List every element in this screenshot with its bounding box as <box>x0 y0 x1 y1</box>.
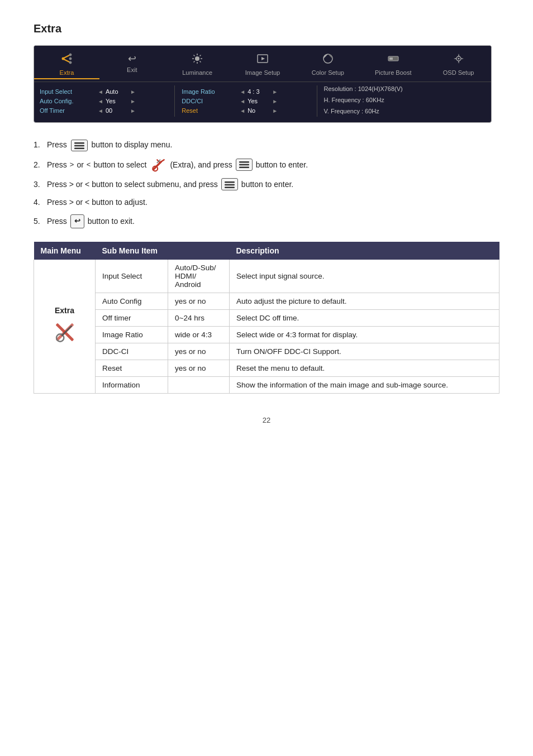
table-row: DDC-CI yes or no Turn ON/OFF DDC-CI Supp… <box>34 343 499 360</box>
step5-num: 5. <box>34 215 47 227</box>
luminance-nav-icon <box>191 52 203 68</box>
osd-row-auto-config: Auto Config. ◄ Yes ► <box>40 98 174 104</box>
image-setup-nav-icon <box>256 52 269 68</box>
osd-content-area: Input Select ◄ Auto ► Auto Config. ◄ Yes… <box>34 82 491 122</box>
osd-row-input-select: Input Select ◄ Auto ► <box>40 88 174 95</box>
osd-left-rows: Input Select ◄ Auto ► Auto Config. ◄ Yes… <box>40 85 174 117</box>
osd-label-off-timer: Off Timer <box>40 107 96 114</box>
table-cell-sub-auto-config: Auto Config <box>96 293 168 309</box>
instruction-step-1: 1. Press button to display menu. <box>34 138 499 151</box>
osd-nav-osd-setup: OSD Setup <box>426 50 491 79</box>
osd-resolution-info: Resolution : 1024(H)X768(V) <box>324 85 486 92</box>
svg-line-13 <box>200 55 201 56</box>
osd-nav-color-setup-label: Color Setup <box>312 69 344 76</box>
osd-label-reset: Reset <box>182 107 237 114</box>
svg-rect-19 <box>389 58 393 60</box>
menu-button-icon-step1 <box>71 140 88 152</box>
extra-icon-table <box>51 318 79 346</box>
table-row: Reset yes or no Reset the menu to defaul… <box>34 360 499 376</box>
table-cell-desc-image-ratio: Select wide or 4:3 format for display. <box>230 326 499 343</box>
osd-nav-bar: Extra ↩ Exit Luminance <box>34 46 491 82</box>
lt-arrow-step2: < <box>87 159 91 171</box>
svg-point-21 <box>458 58 459 60</box>
osd-nav-picture-boost: Picture Boost <box>360 50 426 79</box>
table-cell-desc-auto-config: Auto adjust the picture to default. <box>230 293 499 309</box>
step5-text: Press ↩ button to exit. <box>47 214 135 228</box>
osd-nav-extra-label: Extra <box>60 69 74 76</box>
osd-nav-exit: ↩ Exit <box>99 50 165 79</box>
table-header-description: Description <box>230 242 499 260</box>
main-menu-extra-label: Extra <box>41 306 88 315</box>
menu-button-icon-step2 <box>236 159 253 171</box>
svg-point-2 <box>62 58 65 60</box>
instruction-step-3: 3. Press > or < button to select submenu… <box>34 178 499 190</box>
osd-menu-screenshot: Extra ↩ Exit Luminance <box>34 45 492 123</box>
page-title: Extra <box>34 22 499 35</box>
osd-label-input-select: Input Select <box>40 88 96 95</box>
step3-num: 3. <box>34 178 47 190</box>
svg-rect-22 <box>74 142 84 144</box>
gt-arrow-step2: > <box>70 159 74 171</box>
osd-row-ddcci: DDC/CI ◄ Yes ► <box>182 98 316 104</box>
step1-num: 1. <box>34 138 47 151</box>
svg-rect-32 <box>239 167 249 169</box>
table-cell-sub-reset: Reset <box>96 360 168 376</box>
menu-table: Main Menu Sub Menu Item Description Extr… <box>34 242 499 394</box>
table-row: Off timer 0~24 hrs Select DC off time. <box>34 309 499 326</box>
extra-nav-icon <box>60 52 73 68</box>
svg-point-5 <box>69 61 72 64</box>
osd-nav-color-setup: Color Setup <box>295 50 360 79</box>
osd-nav-luminance-label: Luminance <box>182 69 212 76</box>
osd-right-info: Resolution : 1024(H)X768(V) H. Frequency… <box>317 85 486 117</box>
osd-nav-osd-setup-label: OSD Setup <box>443 69 474 76</box>
table-cell-options-reset: yes or no <box>168 360 230 376</box>
instruction-step-5: 5. Press ↩ button to exit. <box>34 214 499 228</box>
osd-nav-picture-boost-label: Picture Boost <box>375 69 411 76</box>
table-cell-desc-ddcci: Turn ON/OFF DDC-CI Support. <box>230 343 499 360</box>
svg-line-12 <box>200 61 201 63</box>
table-cell-options-input-select: Auto/D-Sub/HDMI/Android <box>168 260 230 293</box>
svg-rect-33 <box>225 181 235 183</box>
table-cell-sub-information: Information <box>96 376 168 393</box>
exit-nav-icon: ↩ <box>128 52 136 65</box>
step3-text: Press > or < button to select submenu, a… <box>47 178 293 190</box>
table-header-options <box>168 242 230 260</box>
svg-rect-24 <box>74 147 84 149</box>
osd-vfreq-info: V. Frequency : 60Hz <box>324 108 486 114</box>
step1-text: Press button to display menu. <box>47 138 172 151</box>
instruction-step-4: 4. Press > or < button to adjust. <box>34 196 499 208</box>
step2-text: Press > or < button to select (Extra), a… <box>47 157 308 173</box>
table-cell-desc-off-timer: Select DC off time. <box>230 309 499 326</box>
table-row: Information Show the information of the … <box>34 376 499 393</box>
svg-line-14 <box>194 61 195 63</box>
osd-nav-exit-label: Exit <box>127 66 137 73</box>
table-cell-options-auto-config: yes or no <box>168 293 230 309</box>
osd-nav-image-setup-label: Image Setup <box>245 69 280 76</box>
osd-label-auto-config: Auto Config. <box>40 98 96 104</box>
page-number: 22 <box>34 416 499 424</box>
svg-point-6 <box>195 56 199 61</box>
osd-nav-image-setup: Image Setup <box>230 50 296 79</box>
table-cell-desc-input-select: Select input signal source. <box>230 260 499 293</box>
osd-label-image-ratio: Image Ratio <box>182 88 237 95</box>
osd-nav-luminance: Luminance <box>165 50 230 79</box>
picture-boost-nav-icon <box>387 52 399 68</box>
svg-rect-30 <box>239 161 249 163</box>
instructions-section: 1. Press button to display menu. 2. Pres… <box>34 138 499 228</box>
main-menu-extra-cell: Extra <box>34 260 96 394</box>
instructions-list: 1. Press button to display menu. 2. Pres… <box>34 138 499 228</box>
table-header-sub-menu: Sub Menu Item <box>96 242 168 260</box>
color-setup-nav-icon <box>322 52 334 68</box>
exit-button-icon-step5: ↩ <box>70 214 84 228</box>
svg-marker-16 <box>261 57 265 60</box>
table-cell-desc-reset: Reset the menu to default. <box>230 360 499 376</box>
osd-row-off-timer: Off Timer ◄ 00 ► <box>40 107 174 114</box>
table-cell-sub-input-select: Input Select <box>96 260 168 293</box>
table-cell-options-ddcci: yes or no <box>168 343 230 360</box>
table-cell-sub-off-timer: Off timer <box>96 309 168 326</box>
table-cell-desc-information: Show the information of the main image a… <box>230 376 499 393</box>
svg-rect-34 <box>225 184 235 185</box>
svg-rect-31 <box>239 164 249 166</box>
table-cell-sub-ddcci: DDC-CI <box>96 343 168 360</box>
osd-middle-rows: Image Ratio ◄ 4 : 3 ► DDC/CI ◄ Yes ► Res… <box>174 85 316 117</box>
